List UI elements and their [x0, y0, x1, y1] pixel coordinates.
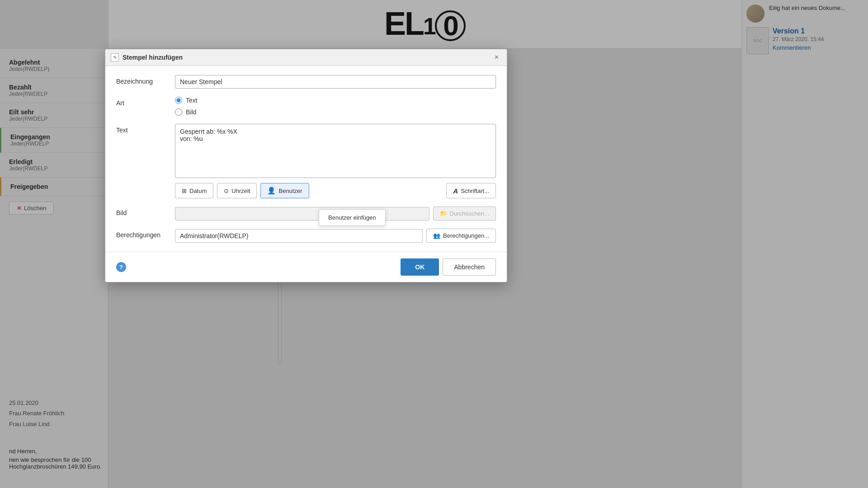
datum-icon: ⊞ [182, 188, 187, 194]
art-label: Art [116, 97, 175, 107]
bild-row: Bild 📁 Durchsuchen... [116, 206, 496, 221]
help-button[interactable]: ? [116, 262, 126, 272]
perm-input[interactable] [175, 229, 423, 243]
dialog-close-button[interactable]: × [492, 53, 501, 62]
art-bild-option[interactable]: Bild [175, 108, 496, 116]
uhrzeit-icon: ⊙ [224, 188, 229, 194]
dialog-body: Bezeichnung Art Text Bild [105, 66, 507, 252]
stamp-title-icon: ✎ [111, 53, 119, 61]
bezeichnung-control [175, 75, 496, 89]
uhrzeit-button[interactable]: ⊙ Uhrzeit [217, 183, 257, 198]
schriftart-icon: A [453, 187, 458, 195]
berechtigungen-label: Berechtigungen [116, 229, 175, 239]
benutzer-icon: 👤 [267, 187, 276, 195]
insert-buttons: ⊞ Datum ⊙ Uhrzeit 👤 Benutzer A Schriftar… [175, 183, 496, 198]
berechtigungen-button[interactable]: 👥 Berechtigungen... [426, 229, 496, 243]
dialog-footer: ? OK Abbrechen [105, 252, 507, 282]
art-text-label: Text [186, 97, 198, 104]
text-control: Gesperrt ab: %x %X von: %u ⊞ Datum ⊙ Uhr… [175, 124, 496, 198]
tooltip-text: Benutzer einfügen [328, 214, 376, 221]
art-text-radio[interactable] [175, 97, 182, 104]
bezeichnung-input[interactable] [175, 75, 496, 89]
ok-button[interactable]: OK [401, 258, 439, 276]
text-label: Text [116, 124, 175, 134]
browse-icon: 📁 [440, 210, 447, 217]
bild-input[interactable] [175, 207, 429, 221]
browse-button[interactable]: 📁 Durchsuchen... [433, 206, 496, 221]
cancel-button[interactable]: Abbrechen [443, 258, 496, 276]
art-bild-radio[interactable] [175, 108, 182, 116]
benutzer-button[interactable]: 👤 Benutzer [260, 183, 309, 198]
art-text-option[interactable]: Text [175, 97, 496, 104]
art-row: Art Text Bild [116, 97, 496, 116]
stempel-dialog: ✎ Stempel hinzufügen × Bezeichnung Art T… [105, 49, 507, 282]
berechtigungen-control: 👥 Berechtigungen... [175, 229, 496, 243]
art-control: Text Bild [175, 97, 496, 116]
text-textarea[interactable]: Gesperrt ab: %x %X von: %u [175, 124, 496, 178]
stamp-icon: ✎ [113, 55, 117, 60]
datum-button[interactable]: ⊞ Datum [175, 183, 213, 198]
text-row: Text Gesperrt ab: %x %X von: %u ⊞ Datum … [116, 124, 496, 198]
berechtigungen-row: Berechtigungen 👥 Berechtigungen... [116, 229, 496, 243]
bezeichnung-label: Bezeichnung [116, 75, 175, 85]
benutzer-tooltip: Benutzer einfügen [319, 209, 386, 226]
bild-label: Bild [116, 206, 175, 216]
bezeichnung-row: Bezeichnung [116, 75, 496, 89]
art-bild-label: Bild [186, 108, 196, 116]
perm-icon: 👥 [433, 232, 440, 239]
dialog-titlebar: ✎ Stempel hinzufügen × [105, 49, 507, 66]
dialog-title: Stempel hinzufügen [123, 54, 488, 61]
schriftart-button[interactable]: A Schriftart... [446, 183, 496, 198]
footer-buttons: OK Abbrechen [401, 258, 496, 276]
perm-input-row: 👥 Berechtigungen... [175, 229, 496, 243]
art-radio-group: Text Bild [175, 97, 496, 116]
